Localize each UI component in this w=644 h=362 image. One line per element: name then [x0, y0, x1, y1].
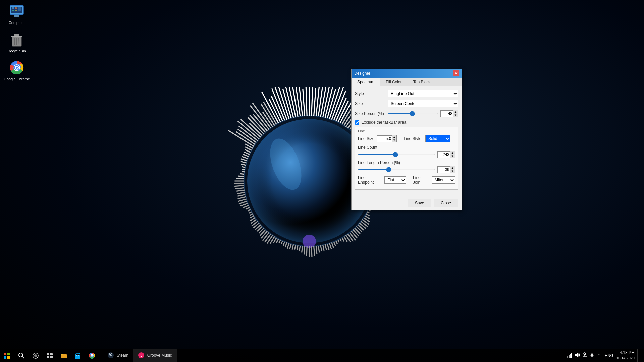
svg-line-134 — [267, 235, 272, 243]
line-size-down[interactable]: ▼ — [392, 139, 396, 142]
svg-rect-235 — [570, 354, 571, 358]
svg-line-123 — [294, 245, 296, 250]
svg-line-150 — [246, 207, 250, 209]
taskbar-chrome-button[interactable] — [85, 349, 99, 362]
svg-point-240 — [584, 353, 586, 355]
taskbar-store-button[interactable] — [71, 349, 85, 362]
svg-line-109 — [327, 244, 329, 250]
tray-overflow-icon[interactable]: ⌃ — [597, 352, 602, 359]
line-length-up[interactable]: ▲ — [450, 166, 455, 170]
save-button[interactable]: Save — [408, 199, 431, 207]
tab-spectrum[interactable]: Spectrum — [352, 78, 380, 86]
line-length-input[interactable]: 39 — [437, 166, 450, 173]
svg-line-166 — [241, 172, 245, 172]
line-length-section: Line Length Percent(%) 39 ▲ ▼ — [358, 160, 455, 173]
dialog-tabs: Spectrum Fill Color Top Block — [352, 78, 462, 86]
tab-fill-color[interactable]: Fill Color — [380, 78, 407, 86]
svg-line-136 — [263, 233, 269, 241]
svg-line-158 — [236, 190, 245, 191]
svg-rect-233 — [567, 356, 568, 358]
size-percent-up[interactable]: ▲ — [453, 110, 458, 114]
line-section: Line Line Size 5.0 ▲ ▼ Line Style Solid — [355, 127, 458, 190]
start-button[interactable] — [0, 349, 13, 362]
line-style-select[interactable]: Solid — [425, 135, 450, 142]
style-select[interactable]: RingLine Out — [388, 90, 458, 97]
taskbar-cortana-button[interactable] — [29, 349, 42, 362]
taskbar-file-explorer-button[interactable] — [57, 349, 70, 362]
line-count-slider-row: 243 ▲ ▼ — [358, 151, 455, 158]
svg-line-127 — [285, 242, 287, 247]
svg-line-212 — [22, 356, 24, 358]
line-join-label: Line Join — [413, 175, 428, 185]
size-row: Size Screen Center — [355, 100, 458, 107]
svg-point-214 — [34, 354, 37, 357]
svg-line-169 — [241, 164, 246, 165]
line-join-select[interactable]: Miter — [432, 176, 455, 184]
taskbar-time[interactable]: 4:18 PM 10/14/2020 — [616, 350, 635, 361]
system-tray-icons: ⌃ — [567, 352, 602, 359]
svg-line-33 — [323, 87, 331, 117]
size-label: Size — [355, 101, 385, 106]
line-size-input[interactable]: 5.0 — [377, 135, 392, 142]
taskbar-app-groove[interactable]: ♫ Groove Music — [133, 349, 177, 362]
notification-icon[interactable] — [589, 352, 595, 359]
line-count-down[interactable]: ▼ — [450, 155, 455, 158]
svg-line-96 — [353, 230, 359, 236]
recyclebin-icon[interactable]: RecycleBin — [3, 32, 30, 53]
taskbar-search-button[interactable] — [15, 349, 28, 362]
svg-line-114 — [316, 246, 317, 254]
dialog-content: Style RingLine Out Size Screen Center Si… — [352, 86, 462, 196]
svg-line-103 — [340, 239, 341, 241]
svg-line-87 — [366, 214, 369, 216]
size-select[interactable]: Screen Center — [388, 100, 458, 107]
svg-line-160 — [234, 186, 244, 186]
svg-rect-5 — [15, 7, 17, 9]
svg-line-165 — [240, 174, 244, 174]
svg-line-86 — [367, 212, 369, 213]
size-percent-slider[interactable] — [388, 113, 438, 114]
network-icon[interactable] — [582, 352, 587, 359]
svg-line-119 — [304, 246, 305, 255]
size-percent-down[interactable]: ▼ — [453, 114, 458, 117]
line-count-up[interactable]: ▲ — [450, 151, 455, 155]
svg-rect-208 — [7, 353, 10, 355]
svg-rect-239 — [583, 356, 587, 357]
exclude-taskbar-label: Exclude the taskBar area — [361, 120, 406, 125]
taskbar-app-steam[interactable]: Steam — [103, 349, 133, 362]
svg-line-154 — [238, 199, 246, 201]
exclude-taskbar-checkbox[interactable] — [355, 120, 359, 125]
svg-line-173 — [243, 154, 249, 157]
svg-line-131 — [276, 239, 278, 243]
svg-rect-220 — [61, 354, 63, 355]
svg-line-107 — [331, 242, 333, 248]
line-length-slider[interactable] — [358, 169, 435, 170]
line-count-slider[interactable] — [358, 154, 435, 155]
svg-rect-6 — [12, 10, 14, 11]
svg-line-168 — [241, 167, 245, 167]
close-button[interactable]: Close — [434, 199, 458, 207]
line-endpoint-select[interactable]: Flat — [384, 176, 406, 184]
svg-line-113 — [318, 246, 319, 252]
svg-line-34 — [325, 87, 335, 118]
taskbar-task-view-button[interactable] — [43, 349, 56, 362]
exclude-taskbar-row: Exclude the taskBar area — [355, 120, 458, 125]
svg-line-28 — [311, 87, 312, 116]
computer-icon[interactable]: Computer — [3, 3, 30, 25]
svg-point-227 — [91, 355, 93, 356]
line-length-down[interactable]: ▼ — [450, 170, 455, 173]
show-desktop-button[interactable] — [637, 349, 640, 362]
line-size-up[interactable]: ▲ — [392, 135, 396, 139]
computer-label: Computer — [9, 21, 25, 25]
dialog-close-button[interactable]: ✕ — [453, 70, 459, 76]
svg-line-146 — [250, 216, 254, 218]
svg-line-200 — [284, 87, 293, 118]
svg-line-126 — [287, 243, 289, 248]
volume-icon[interactable] — [575, 352, 580, 359]
chrome-icon[interactable]: ♻ Google Chrome — [3, 60, 30, 81]
svg-line-106 — [334, 242, 335, 246]
line-count-input[interactable]: 243 — [437, 151, 450, 158]
svg-rect-217 — [47, 356, 49, 358]
tab-top-block[interactable]: Top Block — [408, 78, 436, 86]
size-percent-input[interactable]: 48 — [440, 110, 453, 117]
svg-line-174 — [244, 152, 250, 155]
